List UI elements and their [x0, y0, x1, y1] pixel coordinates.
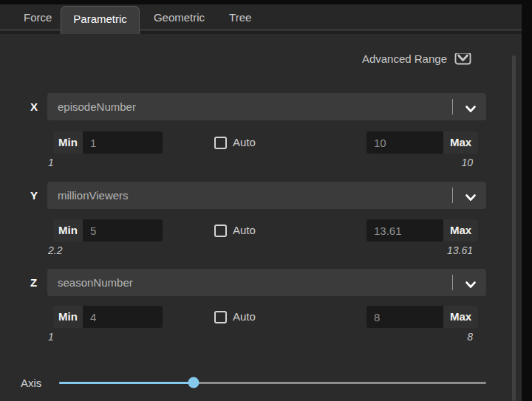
x-hint-row: 1 10: [21, 157, 486, 169]
select-divider: [452, 275, 453, 290]
x-field-row: X episodeNumber: [21, 93, 486, 120]
auto-label: Auto: [233, 306, 256, 328]
tab-geometric[interactable]: Geometric: [140, 4, 219, 30]
y-range-row: Min Auto Max: [21, 219, 486, 241]
x-axis-label: X: [30, 93, 38, 120]
advanced-range-collapse-icon[interactable]: [454, 53, 471, 65]
y-min-input[interactable]: [83, 219, 163, 241]
select-divider: [452, 99, 453, 114]
vertical-scrollbar[interactable]: [512, 55, 516, 401]
x-range-row: Min Auto Max: [21, 131, 486, 154]
y-field-value: millionViewers: [58, 182, 129, 209]
chevron-down-icon[interactable]: [465, 191, 477, 205]
advanced-range-row: Advanced Range: [21, 53, 486, 66]
x-auto-checkbox[interactable]: [214, 137, 227, 149]
x-field-select[interactable]: episodeNumber: [47, 93, 486, 120]
chevron-down-icon[interactable]: [465, 103, 477, 116]
max-label: Max: [443, 306, 478, 328]
min-label: Min: [53, 131, 83, 154]
z-axis-label: Z: [30, 269, 37, 296]
chevron-down-icon[interactable]: [465, 278, 477, 292]
y-field-row: Y millionViewers: [21, 182, 486, 209]
z-range-max-hint: 8: [467, 331, 473, 343]
z-range-min-hint: 1: [48, 331, 54, 343]
min-label: Min: [53, 306, 83, 328]
z-field-select[interactable]: seasonNumber: [47, 269, 486, 296]
auto-label: Auto: [233, 219, 256, 241]
tab-tree[interactable]: Tree: [219, 4, 262, 30]
x-min-input[interactable]: [83, 131, 163, 154]
y-range-max-hint: 13.61: [447, 244, 473, 256]
z-field-row: Z seasonNumber: [21, 269, 486, 296]
axis-slider[interactable]: [59, 377, 486, 388]
z-field-value: seasonNumber: [58, 269, 133, 296]
z-range-row: Min Auto Max: [21, 306, 486, 328]
max-label: Max: [443, 131, 478, 154]
z-min-input[interactable]: [83, 306, 163, 328]
x-field-value: episodeNumber: [58, 93, 136, 120]
select-divider: [452, 188, 453, 203]
tab-parametric[interactable]: Parametric: [61, 6, 140, 34]
y-axis-label: Y: [30, 182, 38, 209]
axis-slider-label: Axis: [21, 377, 41, 389]
z-max-group: Max: [366, 306, 478, 328]
slider-thumb[interactable]: [188, 377, 200, 388]
z-max-input[interactable]: [366, 306, 443, 328]
tab-force[interactable]: Force: [15, 4, 61, 30]
advanced-range-label: Advanced Range: [362, 53, 447, 65]
x-max-group: Max: [366, 131, 478, 154]
z-auto-checkbox[interactable]: [214, 311, 227, 323]
slider-fill: [59, 382, 194, 384]
auto-label: Auto: [233, 131, 256, 154]
z-hint-row: 1 8: [21, 331, 486, 343]
y-field-select[interactable]: millionViewers: [47, 182, 486, 209]
y-max-input[interactable]: [366, 219, 443, 241]
x-min-group: Min: [53, 131, 163, 154]
y-hint-row: 2.2 13.61: [21, 244, 486, 257]
x-range-min-hint: 1: [48, 157, 54, 168]
y-max-group: Max: [366, 219, 478, 241]
y-range-min-hint: 2.2: [48, 244, 62, 256]
parametric-panel: Advanced Range X episodeNumber Min: [21, 34, 486, 401]
x-range-max-hint: 10: [461, 157, 473, 168]
y-auto-checkbox[interactable]: [214, 225, 227, 237]
y-min-group: Min: [53, 219, 163, 241]
x-max-input[interactable]: [366, 131, 443, 154]
tab-bar: Force Parametric Geometric Tree: [0, 4, 522, 30]
axis-slider-row: Axis: [21, 373, 486, 392]
min-label: Min: [53, 219, 83, 241]
scroll-viewport: Advanced Range X episodeNumber Min: [21, 53, 486, 401]
window-top-edge: [0, 0, 532, 4]
panel-right-edge: [522, 0, 532, 401]
z-min-group: Min: [53, 306, 163, 328]
max-label: Max: [443, 219, 478, 241]
